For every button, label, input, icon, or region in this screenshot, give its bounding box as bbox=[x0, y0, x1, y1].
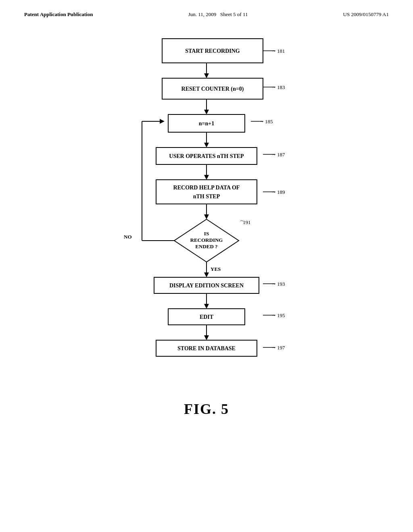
header-right: US 2009/0150779 A1 bbox=[343, 11, 389, 18]
header-left: Patent Application Publication bbox=[24, 11, 93, 18]
diagram-spacer bbox=[94, 38, 319, 376]
figure-caption: FIG. 5 bbox=[0, 401, 413, 418]
header-center: Jun. 11, 2009 Sheet 5 of 11 bbox=[188, 11, 248, 18]
header-sheet: Sheet 5 of 11 bbox=[220, 11, 248, 17]
figure-label: FIG. 5 bbox=[184, 401, 229, 417]
flowchart-wrapper: YES NO 181 183 185 187 189 191 193 bbox=[94, 38, 319, 376]
diagram-area: YES NO 181 183 185 187 189 191 193 bbox=[0, 22, 413, 376]
header-date: Jun. 11, 2009 bbox=[188, 11, 217, 17]
page-header: Patent Application Publication Jun. 11, … bbox=[0, 0, 413, 22]
